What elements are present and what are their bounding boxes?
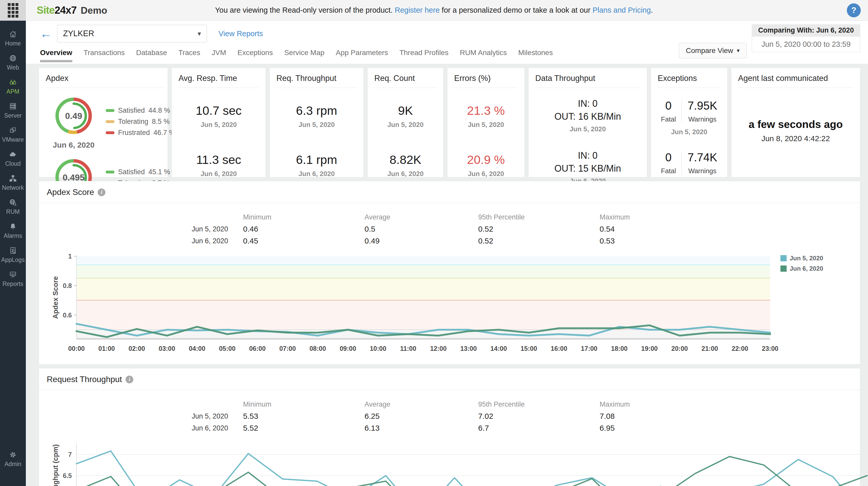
sidebar-item-admin[interactable]: Admin [0,447,26,471]
applogs-icon [9,246,17,255]
metric-value: 10.7 sec [179,104,259,118]
warnings-count: 7.74K [687,151,717,164]
legend-label: Frustrated [118,129,150,137]
tolerating-swatch [106,120,115,123]
back-arrow-icon[interactable]: ← [40,28,52,39]
tab-overview[interactable]: Overview [40,49,72,62]
svg-text:04:00: 04:00 [189,345,206,352]
tab-transactions[interactable]: Transactions [84,49,125,62]
tab-jvm[interactable]: JVM [212,49,226,62]
card-title: Apdex [46,74,164,83]
series-name: Jun 6, 2020 [790,265,823,272]
card-title: Agent last communicated [738,74,853,83]
left-nav-sidebar: Home Web APM Server VMware Cloud Network [0,21,26,486]
svg-text:00:00: 00:00 [68,345,85,352]
data-out-value: OUT: 15 KB/Min [535,163,640,174]
home-icon [9,30,17,38]
stats-value: 0.45 [243,235,365,247]
sidebar-item-web[interactable]: Web [0,50,26,75]
stats-row-label: Jun 6, 2020 [39,235,243,247]
sidebar-item-applogs[interactable]: AppLogs [0,243,26,267]
data-in-value: IN: 0 [535,150,640,161]
legend-item[interactable]: Jun 6, 2020 [780,265,823,272]
apps-grid-icon [8,3,18,18]
summary-cards-row: Apdex 0.49 Jun 6, 2020 Satisfied44.8 % T… [39,68,860,177]
data-in-value: IN: 0 [535,98,640,109]
info-icon[interactable]: i [98,189,105,196]
compare-view-button[interactable]: Compare View ▾ [679,43,747,58]
svg-text:20:00: 20:00 [672,345,688,352]
svg-text:18:00: 18:00 [611,345,627,352]
svg-text:01:00: 01:00 [98,345,115,352]
tab-thread-profiles[interactable]: Thread Profiles [399,49,448,62]
stats-value: 5.52 [243,422,365,434]
svg-text:14:00: 14:00 [490,345,507,352]
svg-text:19:00: 19:00 [641,345,658,352]
card-title: Avg. Resp. Time [179,74,259,83]
page-header: ← ZYLKER ▾ View Reports Overview Transac… [26,21,868,64]
metric-value: 20.9 % [454,152,518,167]
globe-icon [9,54,17,62]
metric-value: 21.3 % [454,104,518,118]
application-selector[interactable]: ZYLKER ▾ [57,25,207,42]
rum-icon [9,198,17,206]
sidebar-item-server[interactable]: Server [0,98,26,122]
stats-value: 6.13 [365,422,478,434]
fatal-label: Fatal [661,115,676,123]
help-icon[interactable]: ? [847,3,861,17]
readonly-banner: You are viewing the Read-only version of… [215,6,653,15]
cloud-icon [9,150,17,159]
sidebar-item-rum[interactable]: RUM [0,195,26,219]
sidebar-item-vmware[interactable]: VMware [0,122,26,147]
register-here-link[interactable]: Register here [395,6,440,14]
apdex-card: Apdex 0.49 Jun 6, 2020 Satisfied44.8 % T… [39,68,168,177]
server-icon [9,102,17,110]
chevron-down-icon: ▾ [197,30,201,38]
metric-date: Jun 6, 2020 [374,170,437,178]
sidebar-item-apm[interactable]: APM [0,75,26,98]
svg-text:17:00: 17:00 [581,345,597,352]
metric-value: 6.1 rpm [276,152,357,167]
reports-icon [9,270,17,279]
warnings-label: Warnings [687,167,717,175]
req-count-card: Req. Count 9KJun 5, 2020 8.82KJun 6, 202… [367,68,443,177]
sidebar-item-cloud[interactable]: Cloud [0,147,26,171]
sidebar-label: RUM [6,208,20,215]
date-range-picker[interactable]: Jun 5, 2020 00:00 to 23:59 [752,36,860,52]
metric-value: 8.82K [374,152,437,167]
tab-exceptions[interactable]: Exceptions [238,49,273,62]
tab-app-parameters[interactable]: App Parameters [336,49,388,62]
stats-header: 95th Percentile [478,211,599,223]
svg-text:0.8: 0.8 [63,282,72,289]
tab-milestones[interactable]: Milestones [518,49,553,62]
card-title: Data Throughput [535,74,640,83]
info-icon[interactable]: i [126,376,133,383]
stats-value: 0.54 [599,223,860,235]
sidebar-label: Server [4,112,22,119]
sidebar-item-reports[interactable]: Reports [0,267,26,291]
frustrated-swatch [106,131,115,134]
stats-value: 0.53 [599,235,860,247]
metric-date: Jun 6, 2020 [454,170,518,178]
section-title: Apdex Score [47,188,94,197]
sidebar-item-network[interactable]: Network [0,171,26,195]
comparing-with-label: Comparing With: Jun 6, 2020 [752,24,860,36]
tab-rum-analytics[interactable]: RUM Analytics [460,49,507,62]
plans-pricing-link[interactable]: Plans and Pricing [593,6,651,14]
svg-text:23:00: 23:00 [762,345,778,352]
legend-item[interactable]: Jun 5, 2020 [780,255,823,262]
stats-header: Minimum [243,398,365,410]
view-reports-link[interactable]: View Reports [219,29,263,38]
sidebar-label: Alarms [4,232,22,239]
sidebar-item-home[interactable]: Home [0,26,26,50]
tab-service-map[interactable]: Service Map [284,49,324,62]
sidebar-item-alarms[interactable]: Alarms [0,219,26,243]
tab-traces[interactable]: Traces [179,49,200,62]
svg-text:12:00: 12:00 [430,345,447,352]
sidebar-label: Web [7,64,19,71]
tab-database[interactable]: Database [136,49,167,62]
app-launcher-button[interactable] [0,0,26,21]
banner-text: for a personalized demo or take a look a… [440,6,593,14]
legend-value: 8.5 % [152,118,170,126]
stats-header: Average [365,211,478,223]
